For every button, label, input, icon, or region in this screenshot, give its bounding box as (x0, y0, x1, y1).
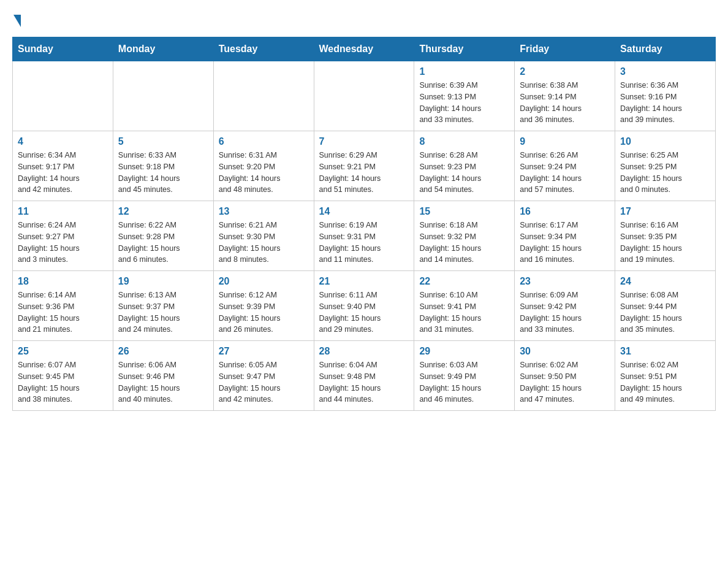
calendar-cell (113, 61, 213, 131)
day-info: Sunrise: 6:02 AMSunset: 9:50 PMDaylight:… (520, 359, 610, 405)
calendar-body: 1Sunrise: 6:39 AMSunset: 9:13 PMDaylight… (13, 61, 716, 411)
day-number: 13 (219, 206, 309, 217)
day-number: 21 (319, 276, 409, 287)
day-number: 1 (419, 66, 509, 77)
day-number: 2 (520, 66, 610, 77)
day-number: 24 (620, 276, 710, 287)
calendar-cell: 1Sunrise: 6:39 AMSunset: 9:13 PMDaylight… (414, 61, 515, 131)
calendar-cell: 24Sunrise: 6:08 AMSunset: 9:44 PMDayligh… (615, 271, 716, 341)
calendar-cell: 8Sunrise: 6:28 AMSunset: 9:23 PMDaylight… (414, 131, 515, 201)
calendar-cell: 17Sunrise: 6:16 AMSunset: 9:35 PMDayligh… (615, 201, 716, 271)
day-info: Sunrise: 6:33 AMSunset: 9:18 PMDaylight:… (118, 150, 208, 196)
day-info: Sunrise: 6:18 AMSunset: 9:32 PMDaylight:… (419, 220, 509, 266)
day-number: 20 (219, 276, 309, 287)
day-info: Sunrise: 6:25 AMSunset: 9:25 PMDaylight:… (620, 150, 710, 196)
day-number: 9 (520, 136, 610, 147)
day-info: Sunrise: 6:05 AMSunset: 9:47 PMDaylight:… (219, 359, 309, 405)
day-number: 29 (419, 346, 509, 357)
day-number: 11 (18, 206, 108, 217)
calendar-cell: 15Sunrise: 6:18 AMSunset: 9:32 PMDayligh… (414, 201, 515, 271)
day-number: 18 (18, 276, 108, 287)
calendar-week-4: 18Sunrise: 6:14 AMSunset: 9:36 PMDayligh… (13, 271, 716, 341)
calendar-cell: 25Sunrise: 6:07 AMSunset: 9:45 PMDayligh… (13, 341, 113, 411)
day-number: 12 (118, 206, 208, 217)
calendar-cell: 21Sunrise: 6:11 AMSunset: 9:40 PMDayligh… (314, 271, 414, 341)
calendar-cell: 7Sunrise: 6:29 AMSunset: 9:21 PMDaylight… (314, 131, 414, 201)
day-info: Sunrise: 6:07 AMSunset: 9:45 PMDaylight:… (18, 359, 108, 405)
calendar-cell: 27Sunrise: 6:05 AMSunset: 9:47 PMDayligh… (213, 341, 314, 411)
day-number: 16 (520, 206, 610, 217)
day-info: Sunrise: 6:29 AMSunset: 9:21 PMDaylight:… (319, 150, 409, 196)
calendar-cell: 13Sunrise: 6:21 AMSunset: 9:30 PMDayligh… (213, 201, 314, 271)
day-info: Sunrise: 6:36 AMSunset: 9:16 PMDaylight:… (620, 80, 710, 126)
day-info: Sunrise: 6:10 AMSunset: 9:41 PMDaylight:… (419, 289, 509, 335)
calendar-cell: 14Sunrise: 6:19 AMSunset: 9:31 PMDayligh… (314, 201, 414, 271)
calendar-cell: 9Sunrise: 6:26 AMSunset: 9:24 PMDaylight… (515, 131, 615, 201)
day-info: Sunrise: 6:11 AMSunset: 9:40 PMDaylight:… (319, 289, 409, 335)
day-number: 30 (520, 346, 610, 357)
calendar-table: SundayMondayTuesdayWednesdayThursdayFrid… (12, 37, 716, 411)
day-info: Sunrise: 6:04 AMSunset: 9:48 PMDaylight:… (319, 359, 409, 405)
day-info: Sunrise: 6:34 AMSunset: 9:17 PMDaylight:… (18, 150, 108, 196)
day-number: 26 (118, 346, 208, 357)
day-number: 17 (620, 206, 710, 217)
day-info: Sunrise: 6:19 AMSunset: 9:31 PMDaylight:… (319, 220, 409, 266)
calendar-week-2: 4Sunrise: 6:34 AMSunset: 9:17 PMDaylight… (13, 131, 716, 201)
weekday-header-row: SundayMondayTuesdayWednesdayThursdayFrid… (13, 37, 716, 61)
weekday-header-friday: Friday (515, 37, 615, 61)
weekday-header-thursday: Thursday (414, 37, 515, 61)
calendar-cell: 12Sunrise: 6:22 AMSunset: 9:28 PMDayligh… (113, 201, 213, 271)
day-info: Sunrise: 6:14 AMSunset: 9:36 PMDaylight:… (18, 289, 108, 335)
day-info: Sunrise: 6:24 AMSunset: 9:27 PMDaylight:… (18, 220, 108, 266)
day-info: Sunrise: 6:03 AMSunset: 9:49 PMDaylight:… (419, 359, 509, 405)
calendar-cell: 18Sunrise: 6:14 AMSunset: 9:36 PMDayligh… (13, 271, 113, 341)
day-info: Sunrise: 6:08 AMSunset: 9:44 PMDaylight:… (620, 289, 710, 335)
calendar-cell: 3Sunrise: 6:36 AMSunset: 9:16 PMDaylight… (615, 61, 716, 131)
calendar-cell (314, 61, 414, 131)
day-info: Sunrise: 6:16 AMSunset: 9:35 PMDaylight:… (620, 220, 710, 266)
day-number: 19 (118, 276, 208, 287)
day-number: 7 (319, 136, 409, 147)
calendar-cell: 29Sunrise: 6:03 AMSunset: 9:49 PMDayligh… (414, 341, 515, 411)
weekday-header-monday: Monday (113, 37, 213, 61)
logo-triangle-icon (13, 15, 21, 27)
day-number: 31 (620, 346, 710, 357)
day-number: 23 (520, 276, 610, 287)
weekday-header-wednesday: Wednesday (314, 37, 414, 61)
day-info: Sunrise: 6:17 AMSunset: 9:34 PMDaylight:… (520, 220, 610, 266)
day-number: 10 (620, 136, 710, 147)
calendar-cell: 2Sunrise: 6:38 AMSunset: 9:14 PMDaylight… (515, 61, 615, 131)
day-info: Sunrise: 6:02 AMSunset: 9:51 PMDaylight:… (620, 359, 710, 405)
calendar-cell (213, 61, 314, 131)
day-info: Sunrise: 6:12 AMSunset: 9:39 PMDaylight:… (219, 289, 309, 335)
day-info: Sunrise: 6:39 AMSunset: 9:13 PMDaylight:… (419, 80, 509, 126)
calendar-cell: 16Sunrise: 6:17 AMSunset: 9:34 PMDayligh… (515, 201, 615, 271)
day-info: Sunrise: 6:22 AMSunset: 9:28 PMDaylight:… (118, 220, 208, 266)
calendar-cell: 22Sunrise: 6:10 AMSunset: 9:41 PMDayligh… (414, 271, 515, 341)
day-number: 15 (419, 206, 509, 217)
day-info: Sunrise: 6:28 AMSunset: 9:23 PMDaylight:… (419, 150, 509, 196)
calendar-cell: 23Sunrise: 6:09 AMSunset: 9:42 PMDayligh… (515, 271, 615, 341)
calendar-week-3: 11Sunrise: 6:24 AMSunset: 9:27 PMDayligh… (13, 201, 716, 271)
calendar-cell: 11Sunrise: 6:24 AMSunset: 9:27 PMDayligh… (13, 201, 113, 271)
day-number: 14 (319, 206, 409, 217)
calendar-week-5: 25Sunrise: 6:07 AMSunset: 9:45 PMDayligh… (13, 341, 716, 411)
page-header (12, 12, 716, 25)
day-info: Sunrise: 6:21 AMSunset: 9:30 PMDaylight:… (219, 220, 309, 266)
day-info: Sunrise: 6:06 AMSunset: 9:46 PMDaylight:… (118, 359, 208, 405)
calendar-cell: 31Sunrise: 6:02 AMSunset: 9:51 PMDayligh… (615, 341, 716, 411)
calendar-cell: 26Sunrise: 6:06 AMSunset: 9:46 PMDayligh… (113, 341, 213, 411)
calendar-cell: 10Sunrise: 6:25 AMSunset: 9:25 PMDayligh… (615, 131, 716, 201)
day-number: 28 (319, 346, 409, 357)
calendar-week-1: 1Sunrise: 6:39 AMSunset: 9:13 PMDaylight… (13, 61, 716, 131)
day-number: 6 (219, 136, 309, 147)
calendar-cell: 28Sunrise: 6:04 AMSunset: 9:48 PMDayligh… (314, 341, 414, 411)
calendar-cell: 30Sunrise: 6:02 AMSunset: 9:50 PMDayligh… (515, 341, 615, 411)
calendar-cell (13, 61, 113, 131)
weekday-header-saturday: Saturday (615, 37, 716, 61)
calendar-cell: 4Sunrise: 6:34 AMSunset: 9:17 PMDaylight… (13, 131, 113, 201)
day-number: 4 (18, 136, 108, 147)
day-info: Sunrise: 6:09 AMSunset: 9:42 PMDaylight:… (520, 289, 610, 335)
day-info: Sunrise: 6:31 AMSunset: 9:20 PMDaylight:… (219, 150, 309, 196)
calendar-cell: 19Sunrise: 6:13 AMSunset: 9:37 PMDayligh… (113, 271, 213, 341)
